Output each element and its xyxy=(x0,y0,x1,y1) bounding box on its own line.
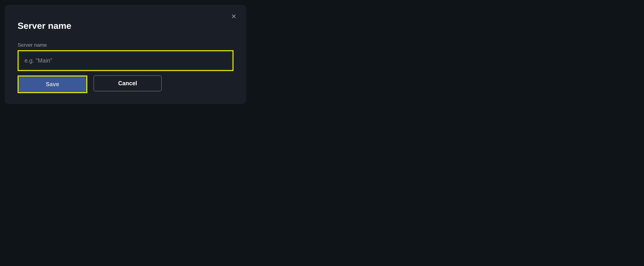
server-name-label: Server name xyxy=(18,42,234,48)
input-highlight xyxy=(18,50,234,71)
save-highlight: Save xyxy=(18,76,87,93)
server-name-modal: Server name Server name Save Cancel xyxy=(5,5,246,104)
button-row: Save Cancel xyxy=(18,76,234,93)
save-button[interactable]: Save xyxy=(18,76,86,92)
cancel-button[interactable]: Cancel xyxy=(94,76,162,91)
modal-title: Server name xyxy=(18,20,234,31)
close-button[interactable] xyxy=(230,12,238,20)
server-name-input[interactable] xyxy=(19,52,232,70)
close-icon xyxy=(231,14,237,19)
